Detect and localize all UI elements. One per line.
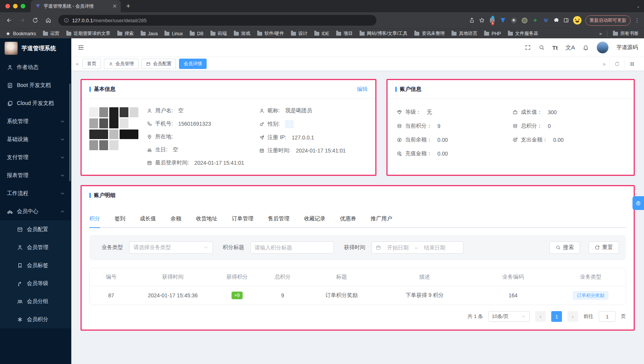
tab-signin[interactable]: 签到 [115,212,125,227]
next-page-button[interactable]: › [567,311,578,322]
username-label[interactable]: 芋道源码 [616,44,638,51]
tab-member-manage[interactable]: 会员管理 [104,59,138,69]
tab-growth[interactable]: 成长值 [140,212,156,227]
search-button[interactable]: 搜索 [549,241,580,254]
extension-olive-circle-icon[interactable] [521,17,528,24]
sidebar-group-report[interactable]: 报表管理 [0,166,71,184]
sidebar-item-member-level[interactable]: 会员等级 [0,274,71,292]
profile-avatar[interactable] [573,16,582,25]
end-date-input[interactable] [420,244,449,251]
sidebar-group-payment[interactable]: 支付管理 [0,148,71,166]
bookmark-folder-php[interactable]: PHP [484,31,501,36]
tab-aftersale[interactable]: 售后管理 [268,212,289,227]
tab-home[interactable]: 首页 [82,59,101,69]
theme-settings-button[interactable] [632,196,644,210]
extension-drop-icon[interactable] [499,17,506,24]
search-icon[interactable] [539,44,545,51]
sidebar-item-member-manage[interactable]: 会员管理 [0,238,71,256]
bookmark-folder-websites[interactable]: 网站/博客/文章/工具 [360,30,407,37]
bookmark-folder-other-lang[interactable]: 其他语言 [452,30,477,37]
sidebar-item-member-config[interactable]: 会员配置 [0,220,71,238]
font-size-icon[interactable]: Tt [552,44,558,51]
extension-dark-circle-icon[interactable]: ✱ [510,17,517,24]
tab-promotion-users[interactable]: 推广用户 [371,212,392,227]
sidebar-group-workflow[interactable]: 工作流程 [0,184,71,202]
bookmark-folder-file-server[interactable]: 文件服务器 [508,30,538,37]
zoom-window-button[interactable] [21,4,25,8]
chrome-menu-icon[interactable]: ⋮ [634,17,640,23]
side-panel-icon[interactable] [563,17,569,23]
sidebar-item-author-news[interactable]: 作者动态 [0,58,71,76]
reload-button[interactable] [30,15,41,26]
current-page-button[interactable]: 1 [551,311,562,322]
bookmark-folder-games[interactable]: 游戏 [234,30,250,37]
sidebar-item-member-tag[interactable]: 会员标签 [0,256,71,274]
bookmarks-overflow-chevron[interactable]: » [599,31,602,36]
tab-favorites[interactable]: 收藏记录 [304,212,325,227]
tab-balance[interactable]: 余额 [171,212,181,227]
sidebar-group-system[interactable]: 系统管理 [0,112,71,130]
tab-member-config[interactable]: 会员配置 [141,59,176,69]
tab-search-chevron-icon[interactable]: ⌄ [636,3,640,9]
sidebar-scrollbar[interactable] [69,84,71,181]
sidebar-group-member-center[interactable]: 会员中心 [0,202,71,220]
tags-scroll-left-icon[interactable]: « [76,61,78,67]
sidebar-item-member-points[interactable]: 会员积分 [0,310,71,328]
tab-close-icon[interactable]: ✕ [112,3,117,9]
layout-grid-icon[interactable] [624,60,639,68]
home-button[interactable] [43,15,54,26]
bookmark-folder-design[interactable]: 设计 [291,30,307,37]
bookmark-folder-yunying[interactable]: 运营 [43,30,59,37]
tab-points[interactable]: 积分 [89,212,100,227]
collapse-sidebar-icon[interactable] [77,44,84,51]
fullscreen-icon[interactable] [525,44,531,51]
edit-link[interactable]: 编辑 [357,86,368,93]
sidebar-item-boot-docs[interactable]: Boot 开发文档 [0,76,71,94]
prev-page-button[interactable]: ‹ [535,311,546,322]
bookmark-folder-software[interactable]: 软件/硬件 [257,30,284,37]
tab-orders[interactable]: 订单管理 [232,212,253,227]
tab-address[interactable]: 收货地址 [196,212,217,227]
goto-page-input[interactable] [599,311,616,322]
user-avatar[interactable] [596,41,609,54]
app-logo-row[interactable]: 芋道管理系统 [0,38,71,58]
notification-bell-icon[interactable] [583,44,589,51]
browser-tab[interactable]: 芋道管理系统 - 会员详情 ✕ [31,0,121,12]
refresh-page-icon[interactable] [610,60,624,68]
bookmark-star-icon[interactable] [479,17,485,23]
bookmark-folder-projects[interactable]: 项目 [336,30,353,37]
extensions-puzzle-icon[interactable] [553,17,559,23]
back-button[interactable] [4,15,15,26]
relaunch-update-button[interactable]: 重新启动即可更新 [585,15,631,26]
site-info-icon[interactable] [64,18,69,23]
bookmark-folder-articles[interactable]: 近期需要读的文章 [66,30,110,37]
bookmarks-root[interactable]: Bookmarks [5,31,36,36]
points-title-input[interactable] [255,244,330,251]
reset-button[interactable]: 重置 [588,241,619,254]
all-bookmarks[interactable]: 所有书签 [613,30,639,37]
sidebar-item-member-group[interactable]: 会员分组 [0,292,71,310]
bookmark-folder-db[interactable]: DB [190,31,204,36]
tab-coupons[interactable]: 优惠券 [340,212,356,227]
sidebar-group-infrastructure[interactable]: 基础设施 [0,130,71,148]
extension-blue-chevrons-icon[interactable] [542,17,549,24]
sidebar-item-cloud-docs[interactable]: Cloud 开发文档 [0,94,71,112]
forward-button[interactable] [17,15,28,26]
table-row[interactable]: 87 2024-01-17 15:45:36 +9 9 订单积分奖励 下单获得 … [90,286,626,305]
bookmark-folder-search[interactable]: 搜索 [117,30,134,37]
start-date-input[interactable] [383,244,412,251]
extension-green-star-icon[interactable] [532,17,539,24]
page-size-select[interactable]: 10条/页 [488,311,530,322]
tab-member-detail[interactable]: 会员详情 [179,59,207,69]
translate-icon[interactable]: 文A [565,44,575,51]
extension-icon-stack[interactable]: 6 [489,17,496,24]
close-window-button[interactable] [5,4,10,8]
address-bar[interactable]: 127.0.0.1/member/user/detail/285 [58,15,376,26]
bookmark-folder-linux[interactable]: Linux [164,31,183,36]
bookmark-folder-news[interactable]: 资讯未整理 [414,30,445,37]
gain-time-range-picker[interactable]: – [371,241,463,254]
biz-type-select[interactable]: 请选择业务类型 [129,241,213,254]
bookmark-folder-java[interactable]: Java [141,31,158,36]
share-icon[interactable] [469,17,475,23]
tags-scroll-right-icon[interactable]: » [598,60,610,68]
